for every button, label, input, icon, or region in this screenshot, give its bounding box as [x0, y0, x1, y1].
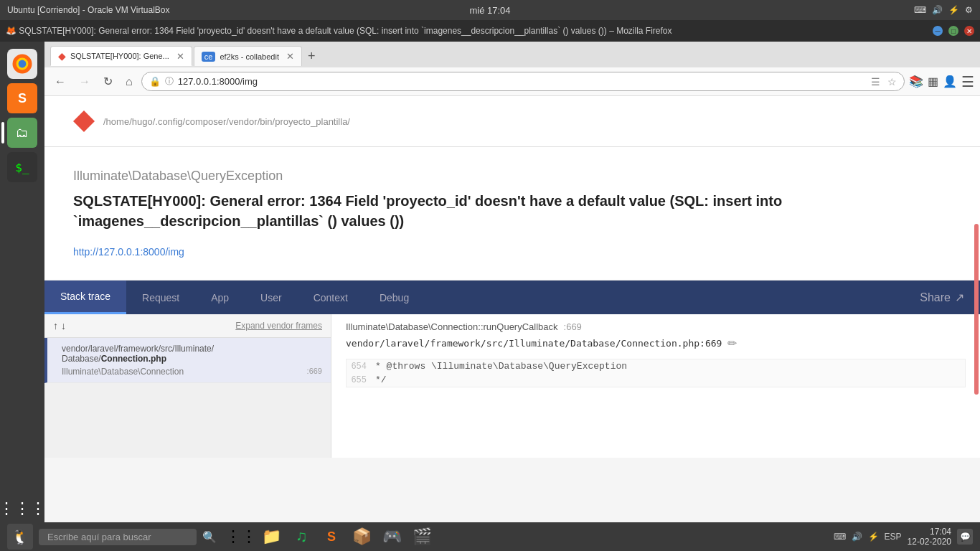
- home-button[interactable]: ⌂: [121, 72, 137, 91]
- exception-url[interactable]: http://127.0.0.1:8000/img: [73, 246, 184, 258]
- dock-item-apps[interactable]: ⋮⋮⋮: [7, 494, 37, 524]
- reload-button[interactable]: ↻: [99, 72, 117, 91]
- frame-file: vendor/laravel/framework/src/Illuminate/…: [62, 344, 322, 364]
- window-maximize-button[interactable]: □: [948, 26, 958, 36]
- code-view: 654 * @throws \Illuminate\Database\Query…: [346, 359, 966, 387]
- tab-request[interactable]: Request: [126, 281, 195, 314]
- dock-item-firefox[interactable]: [7, 49, 37, 79]
- svg-point-2: [19, 60, 27, 68]
- taskbar-icon-files[interactable]: 📁: [260, 525, 283, 548]
- forward-button[interactable]: →: [75, 72, 95, 91]
- ubuntu-topbar-right: ⌨ 🔊 ⚡ ⚙: [914, 5, 973, 15]
- tab-close-collabedit[interactable]: ✕: [286, 51, 294, 62]
- scrollbar[interactable]: [974, 224, 979, 395]
- error-header: /home/hugo/.config/composer/vendor/bin/p…: [44, 96, 980, 147]
- tab-bar: ◆ SQLSTATE[HY000]: Gene... ✕ ce ef2ks - …: [44, 42, 980, 67]
- bookmark-icon: ☆: [887, 76, 897, 88]
- spotify-icon: ♫: [296, 527, 308, 546]
- taskbar-start-button[interactable]: 🐧: [7, 524, 33, 550]
- volume-icon: 🔊: [932, 5, 943, 15]
- error-body: Illuminate\Database\QueryException SQLST…: [44, 147, 980, 280]
- taskbar-icon-tool[interactable]: 🎮: [380, 525, 403, 548]
- back-button[interactable]: ←: [50, 72, 70, 91]
- edit-file-icon[interactable]: ✏: [727, 336, 737, 350]
- tab-user[interactable]: User: [245, 281, 298, 314]
- notification-icon: 💬: [960, 532, 971, 542]
- tab-close-error[interactable]: ✕: [176, 51, 184, 62]
- error-path: /home/hugo/.config/composer/vendor/bin/p…: [103, 116, 350, 127]
- code-line-655: 655 */: [347, 373, 965, 387]
- tab-app[interactable]: App: [195, 281, 245, 314]
- url-bar[interactable]: 🔒 ⓘ ☰ ☆: [141, 72, 905, 91]
- volume-status-icon: 🔊: [852, 532, 862, 542]
- dock-item-sublime[interactable]: S: [7, 83, 37, 113]
- taskbar-icon-spotify[interactable]: ♫: [290, 525, 313, 548]
- code-line-num: :669: [564, 321, 582, 332]
- laravel-logo: [73, 110, 95, 132]
- window-title: 🦊 SQLSTATE[HY000]: General error: 1364 F…: [6, 26, 672, 36]
- taskbar-icon-media[interactable]: 🎬: [410, 525, 433, 548]
- frame-arrows[interactable]: ↑ ↓: [53, 320, 66, 331]
- taskbar-center: ⋮⋮ 📁 ♫ S 📦 🎮 🎬: [230, 525, 433, 548]
- tab-context[interactable]: Context: [298, 281, 364, 314]
- dock-item-files[interactable]: 🗂: [7, 118, 37, 148]
- exception-class: Illuminate\Database\QueryException: [73, 169, 951, 184]
- stack-tabs: Stack trace Request App User Context Deb…: [44, 281, 980, 314]
- line-number-655: 655: [347, 375, 375, 385]
- network-status-icon: ⌨: [834, 532, 846, 542]
- arrow-down-icon[interactable]: ↓: [61, 320, 66, 331]
- secure-label: ⓘ: [165, 75, 174, 88]
- stack-body: ↑ ↓ Expand vendor frames vendor/laravel/…: [44, 314, 980, 458]
- taskbar-time: 17:04 12-02-2020: [908, 527, 951, 547]
- sidebar-icon[interactable]: ▦: [928, 75, 938, 88]
- ubuntu-title: Ubuntu [Corriendo] - Oracle VM VirtualBo…: [7, 5, 170, 15]
- taskbar-notification[interactable]: 💬: [957, 529, 973, 545]
- ubuntu-logo-icon: 🐧: [11, 528, 29, 545]
- battery-icon: ⚡: [948, 5, 959, 15]
- window-close-button[interactable]: ✕: [964, 26, 974, 36]
- frame-item[interactable]: vendor/laravel/framework/src/Illuminate/…: [44, 338, 331, 383]
- ubuntu-topbar-center: mié 17:04: [469, 5, 510, 16]
- line-content-654: * @throws \Illuminate\Database\QueryExce…: [375, 361, 627, 372]
- browser-content: /home/hugo/.config/composer/vendor/bin/p…: [44, 96, 980, 522]
- taskbar-icon-package[interactable]: 📦: [350, 525, 373, 548]
- taskbar-icon-apps[interactable]: ⋮⋮: [230, 525, 253, 548]
- ubuntu-time: mié 17:04: [469, 5, 510, 16]
- frame-file-bold: Connection.php: [101, 354, 166, 364]
- nav-bar: ← → ↻ ⌂ 🔒 ⓘ ☰ ☆ 📚 ▦ 👤 ☰: [44, 67, 980, 96]
- line-content-655: */: [375, 375, 387, 385]
- frame-list: ↑ ↓ Expand vendor frames vendor/laravel/…: [44, 314, 331, 458]
- exception-message: SQLSTATE[HY000]: General error: 1364 Fie…: [73, 191, 951, 231]
- dock-item-terminal[interactable]: $_: [7, 152, 37, 182]
- tab-collabedit[interactable]: ce ef2ks - collabedit ✕: [194, 46, 302, 66]
- nav-right: 📚 ▦ 👤 ☰: [909, 73, 974, 90]
- arrow-up-icon[interactable]: ↑: [53, 320, 58, 331]
- ubuntu-dock: S 🗂 $_ ⋮⋮⋮: [0, 42, 44, 531]
- taskbar-icon-sublime[interactable]: S: [320, 525, 343, 548]
- share-label: Share: [920, 291, 951, 304]
- taskbar-search-input[interactable]: [39, 529, 197, 545]
- ubuntu-topbar: Ubuntu [Corriendo] - Oracle VM VirtualBo…: [0, 0, 980, 20]
- menu-icon[interactable]: ☰: [961, 73, 974, 90]
- error-page: /home/hugo/.config/composer/vendor/bin/p…: [44, 96, 980, 522]
- code-panel: Illuminate\Database\Connection::runQuery…: [331, 314, 980, 458]
- settings-icon: ⚙: [965, 5, 973, 15]
- tab-favicon-collabedit: ce: [202, 52, 216, 62]
- code-location: Illuminate\Database\Connection::runQuery…: [346, 321, 966, 332]
- share-button[interactable]: Share ↗: [904, 281, 980, 314]
- tab-error[interactable]: ◆ SQLSTATE[HY000]: Gene... ✕: [50, 46, 192, 66]
- new-tab-button[interactable]: +: [303, 49, 320, 64]
- battery-status-icon: ⚡: [868, 532, 879, 542]
- expand-vendor-button[interactable]: Expand vendor frames: [235, 321, 322, 331]
- share-icon: ↗: [955, 291, 964, 304]
- language-label: ESP: [885, 532, 902, 542]
- window-minimize-button[interactable]: ─: [933, 26, 943, 36]
- avatar-icon[interactable]: 👤: [943, 75, 957, 88]
- tab-stack-trace[interactable]: Stack trace: [44, 281, 126, 314]
- url-input[interactable]: [178, 76, 867, 87]
- network-icon: ⌨: [914, 5, 926, 15]
- tab-debug[interactable]: Debug: [364, 281, 425, 314]
- tool-icon: 🎮: [382, 527, 402, 546]
- frame-line: :669: [307, 367, 322, 377]
- library-icon[interactable]: 📚: [909, 75, 923, 88]
